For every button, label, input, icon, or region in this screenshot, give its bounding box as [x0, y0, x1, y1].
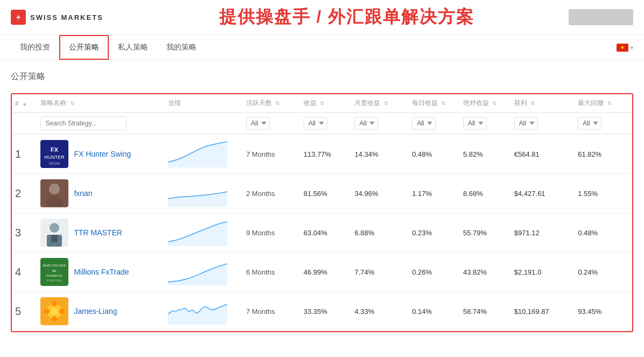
filter-daily-select[interactable]: All [412, 117, 436, 130]
filter-return-select[interactable]: All [304, 117, 327, 130]
profit-cell-2: $4,427.61 [511, 174, 575, 213]
sort-icon-profit: ⇅ [530, 100, 535, 106]
profit-value-3: $971.12 [514, 229, 540, 237]
abs-cell-2: 8.68% [460, 174, 511, 213]
search-strategy-input[interactable] [40, 116, 127, 130]
name-cell: fxnan [37, 174, 165, 213]
filter-drawdown-select[interactable]: All [578, 117, 601, 130]
sort-icon-drawdown: ⇅ [607, 100, 612, 106]
mini-chart-4 [168, 258, 227, 285]
logo-text: SWISS MARKETS [30, 13, 103, 22]
table-row: 4 WHO YOU ARE BE THANKFUL FOR THIS Milli… [12, 253, 632, 292]
mini-chart-3 [168, 219, 227, 246]
svg-text:FOR THIS: FOR THIS [47, 279, 62, 282]
svg-point-21 [59, 309, 65, 314]
nav-item-public-strategy[interactable]: 公开策略 [59, 35, 109, 60]
return-cell-2: 81.56% [300, 174, 352, 213]
language-selector[interactable]: ★ ▾ [617, 44, 633, 52]
perf-cell-2 [165, 174, 243, 213]
svg-point-22 [51, 307, 58, 315]
svg-point-19 [52, 316, 57, 321]
rank-cell: 4 [12, 253, 37, 292]
filter-days-select[interactable]: All [246, 117, 270, 130]
profit-cell-5: $10,169.87 [511, 292, 575, 331]
col-profit[interactable]: 获利 ⇅ [511, 94, 575, 113]
svg-rect-10 [51, 235, 58, 242]
sort-icon-abs: ⇅ [492, 100, 496, 106]
col-name[interactable]: 策略名称 ⇅ [37, 94, 165, 113]
monthly-value-1: 14.34% [354, 150, 378, 158]
col-monthly[interactable]: 月度收益 ⇅ [351, 94, 409, 113]
strategy-name-5[interactable]: James-Liang [74, 307, 117, 316]
abs-cell-4: 43.82% [460, 253, 511, 292]
col-return[interactable]: 收益 ⇅ [300, 94, 352, 113]
svg-text:FX: FX [51, 146, 59, 153]
sort-icon-days: ⇅ [275, 100, 279, 106]
filter-name-cell [37, 113, 165, 134]
col-rank[interactable]: # ▲ [12, 94, 37, 113]
sort-icon-monthly: ⇅ [384, 100, 388, 106]
filter-profit-select[interactable]: All [514, 117, 538, 130]
return-value-2: 81.56% [304, 190, 327, 198]
table-row: 1 FX HUNTER WEAR FX Hunter Swing 7 Month… [12, 134, 632, 174]
nav-item-investment[interactable]: 我的投资 [11, 36, 59, 59]
name-cell: WHO YOU ARE BE THANKFUL FOR THIS Million… [37, 253, 165, 292]
strategy-name-1[interactable]: FX Hunter Swing [74, 150, 131, 158]
col-drawdown[interactable]: 最大回撤 ⇅ [575, 94, 632, 113]
nav-item-private-strategy[interactable]: 私人策略 [109, 36, 157, 59]
strategy-name-2[interactable]: fxnan [74, 189, 92, 198]
profit-cell-1: €564.81 [511, 134, 575, 174]
table-row: 5 James-Liang 7 Months 33.35% 4.33% [12, 292, 632, 331]
rank-number: 3 [15, 227, 21, 239]
days-cell-1: 7 Months [243, 134, 300, 174]
lang-dropdown-arrow: ▾ [631, 45, 633, 51]
return-value-3: 63.04% [304, 229, 327, 237]
drawdown-cell-1: 61.82% [575, 134, 632, 174]
col-daily[interactable]: 每日收益 ⇅ [409, 94, 460, 113]
monthly-cell-3: 6.88% [351, 213, 409, 253]
monthly-value-2: 34.96% [354, 190, 378, 198]
filter-abs-select[interactable]: All [463, 117, 487, 130]
days-value-1: 7 Months [246, 150, 275, 158]
drawdown-value-1: 61.82% [578, 150, 601, 158]
days-cell-3: 9 Months [243, 213, 300, 253]
abs-value-2: 8.68% [463, 190, 483, 198]
nav-item-my-strategy[interactable]: 我的策略 [157, 36, 206, 59]
table-row: 3 TTR MASTER 9 Months 63.04% 6.88% 0.23% [12, 213, 632, 253]
daily-cell-2: 1.17% [409, 174, 460, 213]
svg-point-5 [49, 184, 60, 194]
monthly-value-5: 4.33% [354, 307, 374, 316]
drawdown-cell-2: 1.55% [575, 174, 632, 213]
nav: 我的投资 公开策略 私人策略 我的策略 ★ ▾ [0, 35, 644, 60]
strategy-name-4[interactable]: Millions FxTrade [74, 268, 129, 276]
daily-value-3: 0.23% [412, 229, 432, 237]
strategy-table: # ▲ 策略名称 ⇅ 业绩 活跃天数 ⇅ 收益 ⇅ 月度 [12, 94, 632, 331]
perf-cell-3 [165, 213, 243, 253]
rank-number: 5 [15, 305, 21, 317]
col-abs[interactable]: 绝对收益 ⇅ [460, 94, 511, 113]
svg-text:BE: BE [52, 269, 57, 272]
perf-cell-1 [165, 134, 243, 174]
svg-text:WEAR: WEAR [49, 162, 60, 165]
filter-daily-cell: All [409, 113, 460, 134]
monthly-cell-1: 14.34% [351, 134, 409, 174]
col-days[interactable]: 活跃天数 ⇅ [243, 94, 300, 113]
rank-number: 2 [15, 187, 21, 199]
filter-monthly-select[interactable]: All [354, 117, 378, 130]
profit-value-4: $2,191.0 [514, 268, 542, 276]
filter-perf-cell [165, 113, 243, 134]
strategy-name-3[interactable]: TTR MASTER [74, 228, 122, 237]
monthly-value-3: 6.88% [354, 229, 374, 237]
abs-cell-5: 58.74% [460, 292, 511, 331]
avatar-1: FX HUNTER WEAR [40, 140, 68, 168]
drawdown-value-3: 0.48% [578, 229, 598, 237]
days-cell-5: 7 Months [243, 292, 300, 331]
daily-value-2: 1.17% [412, 190, 432, 198]
name-cell: FX HUNTER WEAR FX Hunter Swing [37, 134, 165, 174]
daily-value-4: 0.26% [412, 268, 432, 276]
section-title: 公开策略 [11, 71, 633, 82]
profit-cell-3: $971.12 [511, 213, 575, 253]
days-value-4: 6 Months [246, 268, 275, 276]
avatar-4: WHO YOU ARE BE THANKFUL FOR THIS [40, 258, 68, 286]
rank-cell: 2 [12, 174, 37, 213]
